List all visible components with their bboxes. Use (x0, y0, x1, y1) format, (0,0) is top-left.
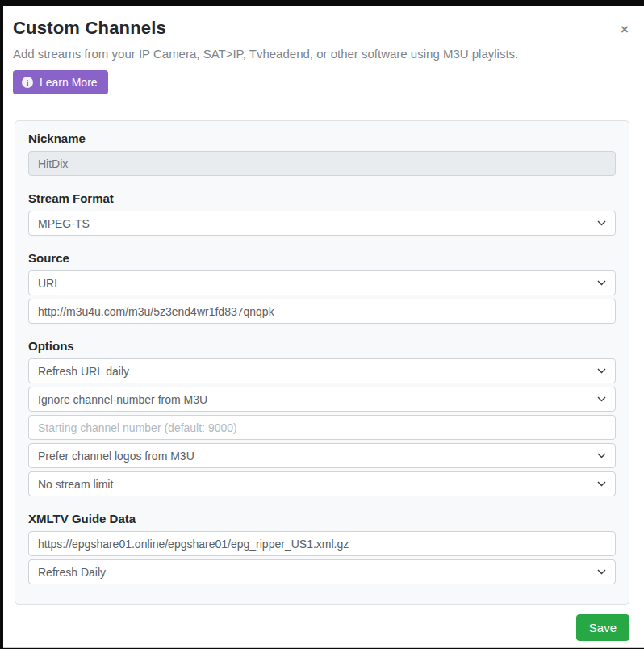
refresh-url-selected-value: Refresh URL daily (38, 365, 591, 378)
chevron-down-icon (597, 280, 606, 286)
info-icon: i (22, 77, 33, 88)
close-icon[interactable]: × (621, 23, 629, 36)
source-type-selected-value: URL (38, 277, 591, 290)
page-title: Custom Channels (13, 18, 631, 39)
stream-format-selected-value: MPEG-TS (38, 217, 591, 230)
stream-limit-select[interactable]: No stream limit (28, 471, 616, 496)
nickname-input[interactable] (28, 151, 616, 176)
chevron-down-icon (597, 368, 606, 374)
custom-channels-modal: Custom Channels × Add streams from your … (3, 6, 644, 648)
stream-limit-selected-value: No stream limit (38, 478, 591, 491)
chevron-down-icon (597, 396, 606, 402)
modal-subtitle: Add streams from your IP Camera, SAT>IP,… (13, 47, 631, 61)
modal-footer: Save (3, 614, 629, 641)
options-label: Options (28, 339, 616, 353)
channel-number-select[interactable]: Ignore channel-number from M3U (28, 387, 616, 412)
starting-channel-number-input[interactable] (28, 415, 616, 440)
modal-header: Custom Channels × Add streams from your … (3, 6, 644, 107)
source-url-input[interactable] (28, 299, 616, 324)
xmltv-refresh-select[interactable]: Refresh Daily (28, 559, 616, 584)
chevron-down-icon (597, 220, 606, 226)
xmltv-url-input[interactable] (28, 531, 616, 556)
channel-form-card: Nickname Stream Format MPEG-TS Source UR… (15, 120, 629, 605)
xmltv-guide-data-label: XMLTV Guide Data (28, 512, 616, 525)
stream-format-label: Stream Format (28, 191, 616, 205)
nickname-label: Nickname (28, 132, 616, 145)
channel-logos-select[interactable]: Prefer channel logos from M3U (28, 443, 616, 468)
learn-more-button[interactable]: i Learn More (13, 70, 108, 94)
source-label: Source (28, 251, 616, 265)
channel-number-selected-value: Ignore channel-number from M3U (38, 393, 591, 406)
refresh-url-select[interactable]: Refresh URL daily (28, 358, 616, 383)
chevron-down-icon (597, 481, 606, 487)
chevron-down-icon (597, 453, 606, 458)
stream-format-select[interactable]: MPEG-TS (28, 211, 616, 236)
channel-logos-selected-value: Prefer channel logos from M3U (38, 450, 591, 463)
chevron-down-icon (597, 569, 606, 575)
source-type-select[interactable]: URL (28, 270, 616, 295)
xmltv-refresh-selected-value: Refresh Daily (38, 566, 591, 579)
save-button[interactable]: Save (576, 614, 629, 641)
learn-more-label: Learn More (40, 76, 98, 89)
